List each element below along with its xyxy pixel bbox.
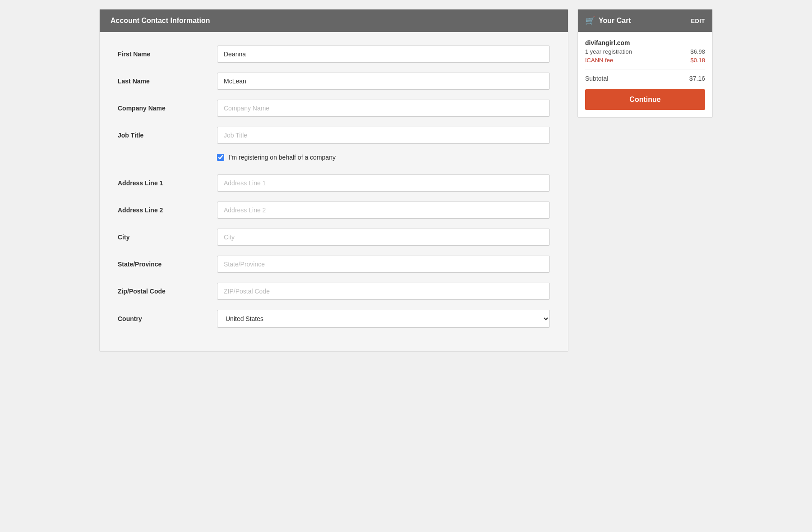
cart-registration-line: 1 year registration $6.98: [585, 48, 705, 55]
first-name-row: First Name: [118, 46, 550, 63]
job-title-label: Job Title: [118, 132, 217, 139]
zip-postal-input[interactable]: [217, 283, 550, 300]
form-header: Account Contact Information: [100, 9, 568, 32]
state-province-input[interactable]: [217, 256, 550, 273]
zip-postal-row: Zip/Postal Code: [118, 283, 550, 300]
cart-subtotal-price: $7.16: [689, 75, 705, 82]
last-name-input[interactable]: [217, 73, 550, 90]
country-row: Country United States Canada United King…: [118, 310, 550, 328]
job-title-input[interactable]: [217, 127, 550, 144]
cart-icann-label: ICANN fee: [585, 57, 613, 64]
last-name-row: Last Name: [118, 73, 550, 90]
city-row: City: [118, 229, 550, 246]
cart-edit-button[interactable]: EDIT: [691, 18, 705, 24]
company-checkbox-row: I'm registering on behalf of a company: [217, 154, 550, 161]
state-province-row: State/Province: [118, 256, 550, 273]
city-label: City: [118, 234, 217, 241]
first-name-input[interactable]: [217, 46, 550, 63]
form-title: Account Contact Information: [111, 17, 210, 24]
continue-button[interactable]: Continue: [585, 89, 705, 110]
cart-divider: [585, 69, 705, 69]
company-checkbox-label: I'm registering on behalf of a company: [229, 154, 336, 161]
company-name-label: Company Name: [118, 105, 217, 112]
cart-subtotal-label: Subtotal: [585, 75, 608, 82]
company-name-row: Company Name: [118, 100, 550, 117]
cart-title: Your Cart: [599, 17, 631, 25]
cart-body: divifangirl.com 1 year registration $6.9…: [578, 32, 712, 117]
address-line2-row: Address Line 2: [118, 202, 550, 219]
cart-registration-label: 1 year registration: [585, 48, 632, 55]
job-title-row: Job Title: [118, 127, 550, 144]
main-form-panel: Account Contact Information First Name L…: [99, 9, 568, 352]
address-line1-row: Address Line 1: [118, 174, 550, 192]
company-checkbox[interactable]: [217, 154, 224, 161]
cart-panel: 🛒 Your Cart EDIT divifangirl.com 1 year …: [577, 9, 713, 352]
cart-icon: 🛒: [585, 16, 595, 26]
cart-box: 🛒 Your Cart EDIT divifangirl.com 1 year …: [577, 9, 713, 118]
form-body: First Name Last Name Company Name Job Ti…: [100, 32, 568, 351]
city-input[interactable]: [217, 229, 550, 246]
zip-postal-label: Zip/Postal Code: [118, 288, 217, 295]
cart-icann-price: $0.18: [690, 57, 705, 64]
state-province-label: State/Province: [118, 261, 217, 268]
address-line1-label: Address Line 1: [118, 179, 217, 187]
address-line1-input[interactable]: [217, 174, 550, 192]
cart-registration-price: $6.98: [690, 48, 705, 55]
cart-domain: divifangirl.com: [585, 39, 705, 46]
cart-icann-line: ICANN fee $0.18: [585, 57, 705, 64]
cart-header: 🛒 Your Cart EDIT: [578, 9, 712, 32]
cart-title-group: 🛒 Your Cart: [585, 16, 631, 26]
address-line2-input[interactable]: [217, 202, 550, 219]
company-name-input[interactable]: [217, 100, 550, 117]
last-name-label: Last Name: [118, 78, 217, 85]
country-label: Country: [118, 315, 217, 322]
cart-subtotal-line: Subtotal $7.16: [585, 75, 705, 82]
address-line2-label: Address Line 2: [118, 206, 217, 214]
country-select[interactable]: United States Canada United Kingdom Aust…: [217, 310, 550, 328]
first-name-label: First Name: [118, 50, 217, 58]
